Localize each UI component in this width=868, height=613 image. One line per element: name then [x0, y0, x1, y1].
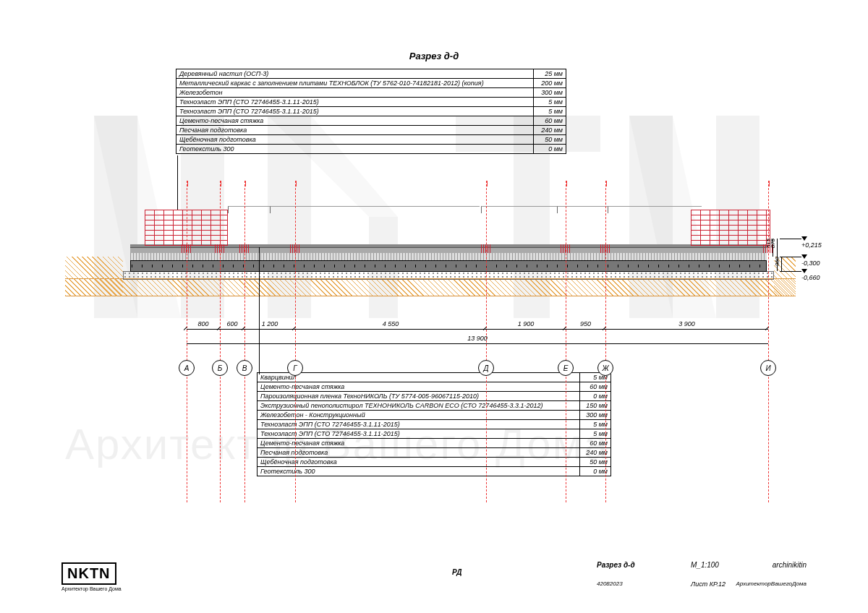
layer-thickness: 5 мм: [534, 107, 566, 116]
layer-name: Щебёночная подготовка: [176, 135, 534, 145]
layer-name: Техноэласт ЭПП (СТО 72746455-3.1.11-2015…: [258, 420, 580, 429]
layer-row: Металлический каркас с заполнением плита…: [176, 79, 566, 88]
layer-row: Песчаная подготовка240 мм: [258, 448, 611, 458]
vertical-dimension: 875: [770, 239, 776, 248]
layer-thickness: 200 мм: [534, 79, 566, 88]
layer-name: Геотекстиль 300: [176, 145, 534, 154]
layer-row: Железобетон - Конструкционный300 мм: [258, 411, 611, 420]
grid-bubble: И: [760, 360, 776, 376]
layer-name: Песчаная подготовка: [176, 126, 534, 135]
insulation-layer: [130, 253, 767, 260]
ground-fill-hatch: [65, 278, 796, 296]
layer-row: Цементо-песчаная стяжка60 мм: [176, 116, 566, 126]
layer-thickness: 60 мм: [534, 116, 566, 126]
project-stage: РД: [452, 568, 462, 576]
dimension-value: 1 900: [486, 320, 566, 327]
dimension-chain: [187, 329, 768, 330]
section-drawing: 8006001 2004 5501 9009503 900 13 900 АБВ…: [65, 202, 796, 343]
wall-break: [481, 206, 557, 213]
layer-row: Песчаная подготовка240 мм: [176, 126, 566, 135]
grid-bubble: А: [179, 360, 195, 376]
layer-name: Песчаная подготовка: [258, 448, 580, 458]
grid-bubble: Б: [212, 360, 228, 376]
screed-layer: [130, 247, 767, 253]
dimension-value: 1 200: [244, 320, 295, 327]
scale-label: М_1:100: [691, 561, 719, 569]
brick-wall-right: [691, 210, 770, 246]
layer-name: Щебёночная подготовка: [258, 458, 580, 467]
layer-row: Техноэласт ЭПП (СТО 72746455-3.1.11-2015…: [176, 107, 566, 116]
leader-line: [259, 247, 260, 374]
layer-name: Цементо-песчаная стяжка: [176, 116, 534, 126]
layers-table-top: Деревянный настил (ОСП-3)25 ммМеталличес…: [176, 69, 566, 154]
layers-table-bottom: Кварцвинил5 ммЦементо-песчаная стяжка60 …: [257, 372, 611, 476]
layer-name: Экструзионный пенополистирол ТЕХНОНИКОЛЬ…: [258, 401, 580, 411]
logo-subtitle: Архитектор Вашего Дома: [61, 586, 122, 591]
level-mark: -0,300: [801, 252, 820, 267]
layer-name: Цементо-песчаная стяжка: [258, 439, 580, 448]
layer-row: Техноэласт ЭПП (СТО 72746455-3.1.11-2015…: [258, 429, 611, 439]
dimension-value: 3 900: [605, 320, 768, 327]
brand-label: archinikitin: [773, 561, 807, 569]
grid-bubble: Е: [558, 360, 574, 376]
grid-bubble: В: [237, 360, 252, 376]
dimension-value: 600: [220, 320, 244, 327]
layer-thickness: 50 мм: [534, 135, 566, 145]
dimension-value: 800: [187, 320, 220, 327]
grid-bubble: Ж: [597, 360, 613, 376]
layer-row: Техноэласт ЭПП (СТО 72746455-3.1.11-2015…: [258, 420, 611, 429]
level-mark: -0,660: [801, 267, 820, 281]
layer-name: Железобетон: [176, 88, 534, 98]
sheet-number: Лист КР.12: [691, 580, 726, 588]
grid-axis: [768, 181, 769, 502]
layer-row: Техноэласт ЭПП (СТО 72746455-3.1.11-2015…: [176, 98, 566, 107]
wall-break: [557, 206, 608, 213]
layer-name: Деревянный настил (ОСП-3): [176, 69, 534, 79]
project-code: 42082023: [597, 580, 623, 587]
layer-row: Кварцвинил5 мм: [258, 373, 611, 382]
wall-break: [228, 206, 271, 213]
wall-break: [270, 206, 480, 213]
layer-name: Техноэласт ЭПП (СТО 72746455-3.1.11-2015…: [258, 429, 580, 439]
grid-bubble: Д: [478, 360, 494, 376]
dimension-total: [187, 343, 768, 344]
gravel-layer: [123, 271, 774, 280]
layer-row: Цементо-песчаная стяжка60 мм: [258, 439, 611, 448]
level-mark: +0,215: [801, 234, 822, 249]
sheet-title: Разрез д-д: [597, 561, 635, 569]
wall-break: [608, 206, 702, 213]
layer-name: Цементо-песчаная стяжка: [258, 382, 580, 392]
layer-name: Железобетон - Конструкционный: [258, 411, 580, 420]
vertical-dimension: 360: [774, 257, 780, 266]
layer-row: Геотекстиль 3000 мм: [258, 467, 611, 476]
grid-bubble: Г: [287, 360, 303, 376]
ground-left-hatch: [65, 257, 123, 296]
layer-row: Щебёночная подготовка50 мм: [258, 458, 611, 467]
leader-line: [177, 155, 178, 210]
brand-ru: АрхитекторВашегоДома: [736, 580, 807, 587]
layer-row: Железобетон300 мм: [176, 88, 566, 98]
layer-thickness: 5 мм: [534, 98, 566, 107]
title-block: NKTN Архитектор Вашего Дома РД Разрез д-…: [61, 555, 807, 599]
layer-name: Кварцвинил: [258, 373, 580, 382]
layer-name: Техноэласт ЭПП (СТО 72746455-3.1.11-2015…: [176, 107, 534, 116]
drawing-title: Разрез д-д: [0, 51, 868, 61]
dimension-value: 4 550: [295, 320, 486, 327]
rebar-pattern: [132, 265, 765, 267]
layer-name: Пароизоляционная пленка ТехноНИКОЛЬ (ТУ …: [258, 392, 580, 401]
logo-text: NKTN: [61, 562, 116, 585]
layer-row: Цементо-песчаная стяжка60 мм: [258, 382, 611, 392]
logo: NKTN Архитектор Вашего Дома: [61, 562, 122, 591]
layer-row: Щебёночная подготовка50 мм: [176, 135, 566, 145]
dimension-total-value: 13 900: [187, 335, 768, 342]
layer-thickness: 300 мм: [534, 88, 566, 98]
layer-name: Техноэласт ЭПП (СТО 72746455-3.1.11-2015…: [176, 98, 534, 107]
layer-name: Геотекстиль 300: [258, 467, 580, 476]
dimension-value: 950: [566, 320, 605, 327]
layer-name: Металлический каркас с заполнением плита…: [176, 79, 534, 88]
layer-row: Геотекстиль 3000 мм: [176, 145, 566, 154]
layer-thickness: 0 мм: [534, 145, 566, 154]
layer-row: Экструзионный пенополистирол ТЕХНОНИКОЛЬ…: [258, 401, 611, 411]
layer-thickness: 25 мм: [534, 69, 566, 79]
layer-row: Деревянный настил (ОСП-3)25 мм: [176, 69, 566, 79]
